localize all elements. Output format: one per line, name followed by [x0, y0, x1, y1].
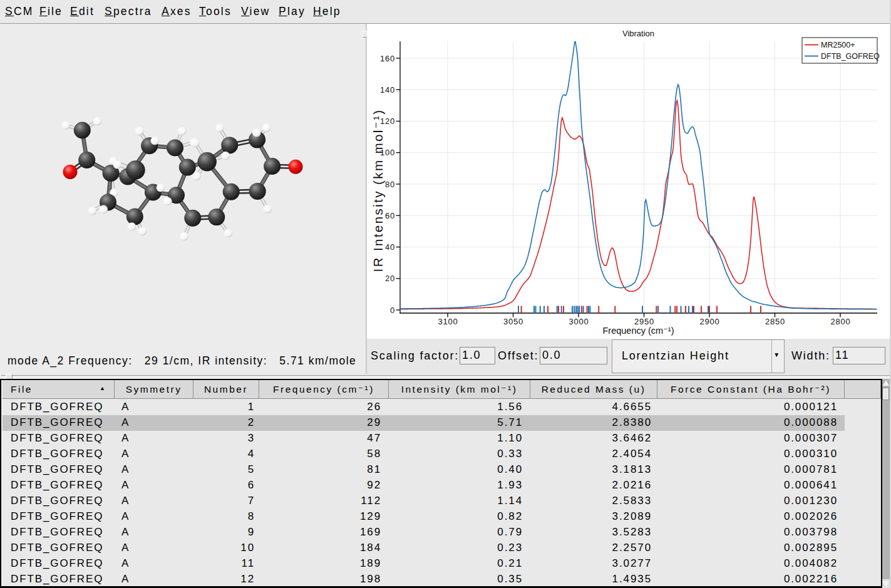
- svg-text:2800: 2800: [830, 317, 850, 326]
- svg-text:160: 160: [380, 54, 395, 63]
- svg-text:MR2500+: MR2500+: [821, 41, 855, 49]
- svg-text:3050: 3050: [503, 317, 523, 326]
- svg-text:40: 40: [385, 242, 395, 252]
- svg-text:2900: 2900: [699, 317, 719, 326]
- svg-text:3100: 3100: [438, 317, 458, 326]
- svg-text:2850: 2850: [765, 317, 785, 326]
- svg-text:Frequency (cm⁻¹): Frequency (cm⁻¹): [602, 326, 674, 336]
- svg-text:20: 20: [385, 274, 395, 283]
- svg-text:DFTB_GOFREQ: DFTB_GOFREQ: [821, 52, 880, 61]
- svg-text:80: 80: [385, 180, 395, 189]
- svg-text:3000: 3000: [569, 317, 589, 326]
- svg-text:IR Intensity (km mol⁻¹): IR Intensity (km mol⁻¹): [371, 109, 385, 272]
- svg-text:60: 60: [385, 211, 395, 220]
- svg-text:140: 140: [380, 85, 395, 95]
- svg-text:Vibration: Vibration: [622, 29, 654, 38]
- svg-text:0: 0: [390, 306, 395, 315]
